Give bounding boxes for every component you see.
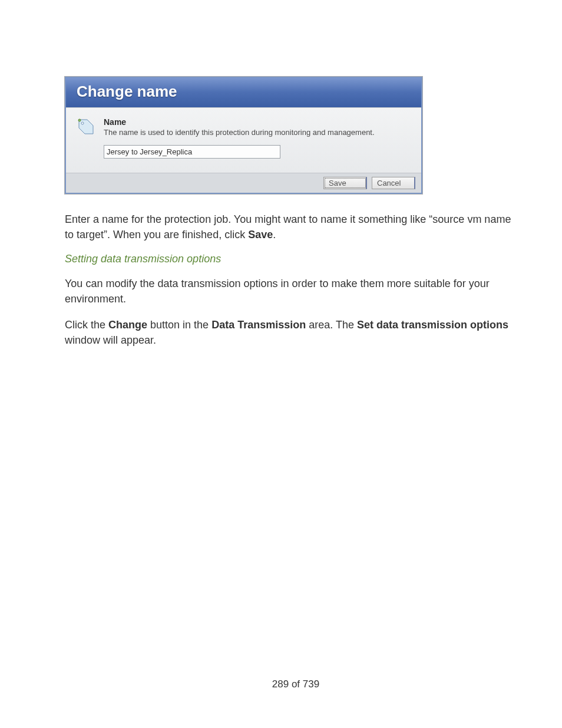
- section-heading-data-transmission: Setting data transmission options: [65, 253, 527, 265]
- paragraph-modify-options: You can modify the data transmission opt…: [65, 276, 518, 307]
- save-button[interactable]: Save: [323, 177, 367, 189]
- svg-marker-0: [79, 120, 93, 134]
- name-field-description: The name is used to identify this protec…: [104, 128, 411, 137]
- dialog-title: Change name: [66, 78, 421, 107]
- dialog-footer: Save Cancel: [66, 173, 421, 193]
- svg-point-1: [81, 122, 84, 124]
- name-input[interactable]: [104, 145, 280, 159]
- name-tag-icon: [77, 117, 95, 136]
- page-number: 289 of 739: [65, 678, 527, 690]
- paragraph-click-change: Click the Change button in the Data Tran…: [65, 317, 518, 348]
- cancel-button[interactable]: Cancel: [372, 177, 415, 189]
- paragraph-enter-name: Enter a name for the protection job. You…: [65, 212, 518, 242]
- svg-point-2: [78, 119, 81, 121]
- dialog-body: Name The name is used to identify this p…: [66, 107, 421, 173]
- name-field-label: Name: [104, 117, 411, 127]
- change-name-dialog: Change name Name The name is used to ide…: [65, 77, 422, 194]
